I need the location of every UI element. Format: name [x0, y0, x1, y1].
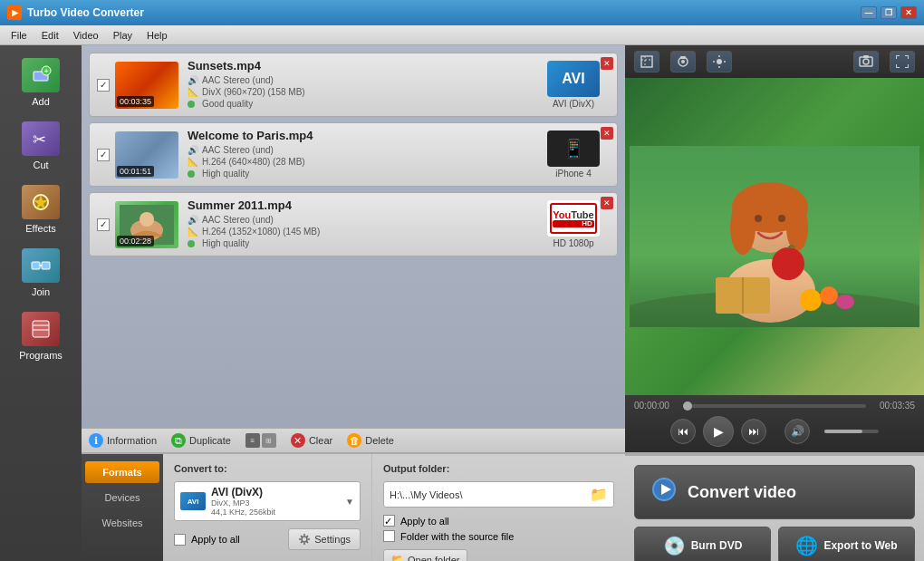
svg-point-41: [820, 286, 838, 305]
svg-text:✂: ✂: [33, 131, 46, 149]
file-format[interactable]: YouTube HD HD 1080p: [537, 200, 610, 248]
format-text: AVI (DivX) DivX, MP3 44,1 KHz, 256kbit: [211, 486, 275, 517]
menu-file[interactable]: File: [4, 28, 34, 43]
quality-indicator: [188, 170, 195, 178]
restore-button[interactable]: ❐: [881, 6, 897, 19]
burn-dvd-button[interactable]: 💿 Burn DVD: [634, 527, 771, 561]
svg-point-37: [772, 247, 804, 280]
volume-slider[interactable]: [824, 430, 879, 433]
format-detail1: DivX, MP3: [211, 498, 250, 508]
close-button[interactable]: ✕: [900, 6, 917, 19]
play-button[interactable]: ▶: [703, 416, 734, 447]
convert-video-button[interactable]: Convert video: [634, 465, 915, 519]
duration-badge: 00:01:51: [117, 166, 154, 177]
duplicate-label: Duplicate: [189, 435, 231, 446]
title-bar: ▶ Turbo Video Converter — ❐ ✕: [0, 0, 924, 25]
sidebar-item-effects[interactable]: Effects: [8, 179, 73, 239]
duration-badge: 00:03:35: [117, 96, 154, 107]
seekbar-container: 00:00:00 00:03:35: [634, 401, 915, 411]
file-format[interactable]: AVI AVI (DivX): [537, 61, 610, 109]
delete-button[interactable]: 🗑 Delete: [347, 433, 394, 448]
file-checkbox[interactable]: ✓: [97, 218, 110, 231]
clear-button[interactable]: ✕ Clear: [291, 433, 332, 448]
preview-panel: 00:00:00 00:03:35 ⏮ ▶ ⏭ 🔊: [625, 45, 924, 452]
minimize-button[interactable]: —: [861, 6, 877, 19]
preview-brightness-button[interactable]: [707, 51, 732, 73]
volume-button[interactable]: 🔊: [784, 419, 810, 444]
menu-edit[interactable]: Edit: [34, 28, 66, 43]
tab-devices[interactable]: Devices: [85, 487, 159, 508]
delete-icon: 🗑: [347, 433, 361, 448]
seekbar-thumb[interactable]: [683, 401, 692, 411]
format-icon-iphone: 📱: [547, 131, 600, 167]
audio-meta: 🔊 AAC Stereo (und): [188, 215, 530, 225]
svg-rect-6: [32, 262, 40, 269]
folder-source-checkbox[interactable]: [383, 530, 395, 542]
sidebar-item-join[interactable]: Join: [8, 243, 73, 303]
file-thumbnail: 00:01:51: [115, 131, 178, 179]
convert-panel: Convert video 💿 Burn DVD 🌐 Export to Web: [625, 454, 924, 561]
menu-play[interactable]: Play: [106, 28, 140, 43]
duplicate-button[interactable]: ⧉ Duplicate: [171, 433, 231, 448]
audio-meta: 🔊 AAC Stereo (und): [188, 75, 530, 85]
effects-label: Effects: [25, 223, 55, 234]
format-mini-icon: AVI: [180, 492, 206, 510]
file-checkbox[interactable]: ✓: [97, 149, 110, 161]
preview-camera-button[interactable]: [670, 51, 696, 73]
tab-formats[interactable]: Formats: [85, 461, 159, 483]
open-folder-button[interactable]: 📂 Open folder: [383, 549, 467, 561]
video-meta: 📐 DivX (960×720) (158 MB): [188, 87, 530, 97]
apply-to-all-checkbox[interactable]: [174, 534, 186, 546]
preview-fullscreen-button[interactable]: [890, 51, 915, 73]
remove-file-button[interactable]: ✕: [601, 197, 613, 209]
file-item: ✕ ✓ 00:03:35 Sunsets.mp4 🔊 AAC Stereo (u…: [89, 53, 618, 117]
file-list-panel: ✕ ✓ 00:03:35 Sunsets.mp4 🔊 AAC Stereo (u…: [82, 45, 625, 452]
format-icon-avi: AVI: [547, 61, 600, 97]
output-apply-to-all-row: ✓ Apply to all: [383, 515, 614, 527]
skip-back-button[interactable]: ⏮: [670, 419, 696, 444]
remove-file-button[interactable]: ✕: [601, 127, 613, 140]
settings-button[interactable]: Settings: [288, 528, 361, 550]
export-web-button[interactable]: 🌐 Export to Web: [778, 527, 915, 561]
svg-point-43: [302, 537, 307, 542]
duration-badge: 00:02:28: [117, 236, 154, 247]
tab-websites[interactable]: Websites: [85, 512, 159, 534]
file-format[interactable]: 📱 iPhone 4: [537, 131, 610, 179]
sidebar-item-cut[interactable]: ✂ Cut: [8, 116, 73, 176]
cut-icon: ✂: [22, 121, 60, 156]
video-meta: 📐 H.264 (640×480) (28 MB): [188, 157, 530, 167]
menu-bar: File Edit Video Play Help: [0, 25, 924, 45]
menu-help[interactable]: Help: [140, 28, 175, 43]
folder-path[interactable]: H:\...\My Videos\ 📁: [383, 481, 614, 508]
svg-text:+: +: [44, 67, 49, 75]
toggle-view-button[interactable]: ≡ ⊞: [245, 433, 276, 448]
quality-text: High quality: [202, 169, 249, 179]
information-button[interactable]: ℹ Information: [89, 433, 157, 448]
playback-controls: ⏮ ▶ ⏭ 🔊: [634, 416, 915, 447]
browse-folder-icon[interactable]: 📁: [590, 486, 608, 503]
total-time: 00:03:35: [871, 401, 915, 411]
svg-point-26: [863, 59, 869, 64]
format-tabs: Formats Devices Websites: [82, 454, 163, 561]
menu-video[interactable]: Video: [66, 28, 106, 43]
sidebar-item-add[interactable]: + Add: [8, 53, 73, 112]
seekbar[interactable]: [683, 404, 866, 408]
skip-forward-button[interactable]: ⏭: [741, 419, 766, 444]
file-toolbar: ℹ Information ⧉ Duplicate ≡ ⊞ ✕: [82, 428, 625, 452]
file-info: Sunsets.mp4 🔊 AAC Stereo (und) 📐 DivX (9…: [188, 59, 530, 111]
preview-crop-button[interactable]: [634, 51, 659, 73]
clear-label: Clear: [309, 435, 332, 446]
file-list: ✕ ✓ 00:03:35 Sunsets.mp4 🔊 AAC Stereo (u…: [82, 45, 625, 428]
file-checkbox[interactable]: ✓: [97, 79, 110, 92]
svg-point-20: [717, 59, 722, 64]
join-icon: [22, 248, 60, 283]
sidebar-item-programs[interactable]: Programs: [8, 306, 73, 366]
format-select[interactable]: AVI AVI (DivX) DivX, MP3 44,1 KHz, 256kb…: [174, 481, 361, 521]
window-controls: — ❐ ✕: [861, 6, 917, 19]
remove-file-button[interactable]: ✕: [601, 57, 613, 70]
svg-point-42: [836, 295, 854, 309]
output-label: Output folder:: [383, 463, 614, 474]
preview-snapshot-button[interactable]: [853, 51, 879, 73]
file-info: Summer 2011.mp4 🔊 AAC Stereo (und) 📐 H.2…: [188, 198, 530, 250]
output-apply-all-checkbox[interactable]: ✓: [383, 515, 395, 527]
